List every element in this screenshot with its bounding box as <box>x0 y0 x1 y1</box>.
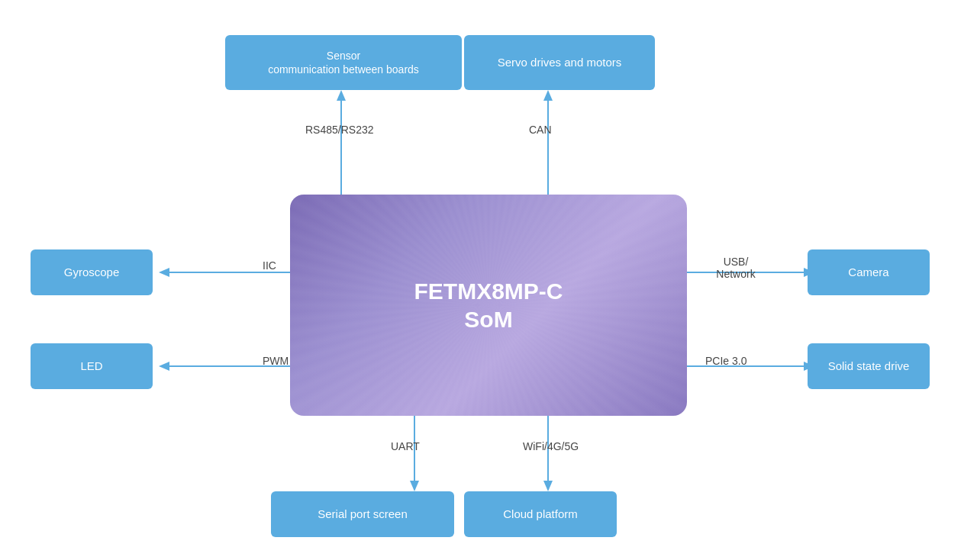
chip-name-line1: FETMX8MP-C <box>414 277 563 306</box>
cloud-box: Cloud platform <box>464 491 617 537</box>
cloud-label: Cloud platform <box>503 507 578 522</box>
ssd-label: Solid state drive <box>828 359 910 374</box>
led-box: LED <box>31 343 153 389</box>
serial-box: Serial port screen <box>271 491 454 537</box>
wifi-label: WiFi/4G/5G <box>523 440 579 452</box>
sensor-box: Sensor communication between boards <box>225 35 462 90</box>
camera-box: Camera <box>808 249 930 295</box>
center-chip-label: FETMX8MP-C SoM <box>414 277 563 334</box>
iic-label: IIC <box>263 259 276 272</box>
svg-marker-9 <box>159 362 169 371</box>
servo-label: Servo drives and motors <box>498 55 622 70</box>
rs485-label: RS485/RS232 <box>305 124 374 136</box>
pcie-label: PCIe 3.0 <box>705 355 746 367</box>
led-label: LED <box>80 359 102 374</box>
can-label: CAN <box>529 124 552 136</box>
uart-text: UART <box>391 440 420 452</box>
pcie-text: PCIe 3.0 <box>705 355 746 367</box>
svg-marker-15 <box>543 481 553 491</box>
camera-label: Camera <box>848 265 888 280</box>
iic-text: IIC <box>263 259 276 272</box>
pwm-label: PWM <box>263 355 289 367</box>
uart-label: UART <box>391 440 420 452</box>
can-text: CAN <box>529 124 552 136</box>
ssd-box: Solid state drive <box>808 343 930 389</box>
chip-name-line2: SoM <box>414 305 563 334</box>
diagram: FETMX8MP-C SoM Sensor communication betw… <box>0 0 977 560</box>
rs485-text: RS485/RS232 <box>305 124 374 136</box>
gyroscope-box: Gyroscope <box>31 249 153 295</box>
serial-label: Serial port screen <box>318 507 408 522</box>
center-chip-box: FETMX8MP-C SoM <box>290 195 687 416</box>
usb-text: USB/ Network <box>716 256 755 280</box>
servo-box: Servo drives and motors <box>464 35 655 90</box>
pwm-text: PWM <box>263 355 289 367</box>
svg-marker-13 <box>410 481 419 491</box>
svg-marker-5 <box>159 268 169 277</box>
svg-marker-3 <box>543 90 553 101</box>
sensor-label: Sensor communication between boards <box>268 49 419 76</box>
svg-marker-1 <box>337 90 346 101</box>
gyroscope-label: Gyroscope <box>64 265 120 280</box>
usb-label: USB/ Network <box>705 256 766 280</box>
wifi-text: WiFi/4G/5G <box>523 440 579 452</box>
